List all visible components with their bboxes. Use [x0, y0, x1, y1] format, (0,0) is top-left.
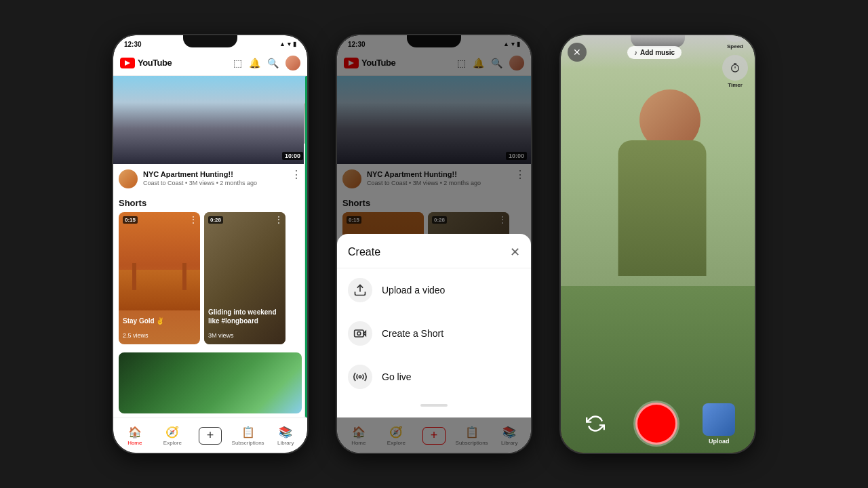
short-more-btn-1[interactable]: ⋮	[189, 215, 197, 224]
nav-lib-label-1: Library	[277, 440, 294, 446]
nav-home-1[interactable]: 🏠 Home	[116, 426, 154, 446]
camera-top-bar: ✕ ♪ Add music Speed	[561, 35, 755, 69]
status-icons-1: ▲ ▾ ▮	[279, 41, 296, 47]
go-live-label: Go live	[382, 371, 412, 382]
speed-btn[interactable]	[722, 35, 748, 42]
shorts-title-1: Shorts	[119, 198, 302, 208]
flip-camera-btn[interactable]	[580, 409, 610, 439]
svg-point-3	[359, 375, 361, 378]
svg-point-2	[357, 332, 361, 336]
phone-screen-1: 12:30 ▲ ▾ ▮ YouTube ⬚ 🔔 🔍 10:00	[113, 35, 307, 453]
modal-header: Create ✕	[337, 245, 531, 268]
bottom-nav-1: 🏠 Home 🧭 Explore + 📋 Subscriptions 📚 Lib…	[113, 418, 307, 453]
channel-name-1: Coast to Coast	[143, 180, 184, 186]
timer-btn-container: Timer	[722, 55, 748, 88]
bell-icon-1[interactable]: 🔔	[249, 58, 260, 68]
nav-explore-1[interactable]: 🧭 Explore	[154, 426, 192, 446]
header-icons-1: ⬚ 🔔 🔍	[233, 56, 300, 70]
camera-upload-btn[interactable]	[703, 403, 735, 436]
create-short-label: Create a Short	[382, 328, 443, 339]
video-views-date-1: 3M views • 2 months ago	[189, 180, 257, 186]
upload-thumbnail	[703, 403, 735, 436]
battery-icon: ▮	[293, 41, 296, 47]
landscape-thumb-1[interactable]	[119, 352, 302, 413]
featured-video-thumb-1[interactable]: 10:00	[113, 76, 307, 164]
add-btn-1[interactable]: +	[199, 427, 222, 445]
video-info-row-1: NYC Apartment Hunting!! Coast to Coast •…	[113, 164, 307, 194]
nav-subscriptions-1[interactable]: 📋 Subscriptions	[229, 426, 267, 446]
modal-drag-handle	[420, 404, 448, 407]
short-more-btn-2[interactable]: ⋮	[275, 215, 283, 224]
yt-icon-1	[120, 58, 135, 68]
status-time-1: 12:30	[124, 41, 142, 48]
modal-handle	[337, 399, 531, 412]
wifi-icon: ▾	[288, 41, 291, 47]
short-duration-1: 0:15	[123, 216, 138, 224]
phone-1: 12:30 ▲ ▾ ▮ YouTube ⬚ 🔔 🔍 10:00	[112, 34, 309, 454]
video-meta-1: NYC Apartment Hunting!! Coast to Coast •…	[143, 169, 285, 186]
add-music-label: Add music	[640, 49, 675, 56]
upload-label: Upload	[709, 438, 730, 445]
nav-library-1[interactable]: 📚 Library	[267, 426, 304, 446]
user-avatar-1[interactable]	[285, 56, 300, 70]
short-camera-icon	[348, 321, 372, 346]
library-icon-1: 📚	[279, 426, 292, 439]
nav-add-1[interactable]: +	[191, 427, 229, 445]
add-music-btn[interactable]: ♪ Add music	[627, 46, 682, 59]
short-label-2: Gliding into weekend like #longboard	[208, 308, 281, 325]
person-body	[618, 140, 707, 276]
short-duration-2: 0:28	[208, 216, 223, 224]
upload-video-item[interactable]: Upload a video	[337, 268, 531, 312]
video-title-1: NYC Apartment Hunting!!	[143, 169, 285, 179]
short-card-1[interactable]: 0:15 ⋮ Stay Gold ✌ 2.5 views	[119, 212, 200, 344]
search-icon-1[interactable]: 🔍	[267, 58, 279, 68]
subscriptions-icon-1: 📋	[241, 426, 255, 439]
camera-bottom-controls: Upload	[561, 403, 755, 445]
speed-btn-container: Speed	[722, 35, 748, 49]
video-sub-1: Coast to Coast • 3M views • 2 months ago	[143, 180, 285, 186]
camera-person-bg	[561, 35, 755, 453]
bridge-tower-left	[132, 263, 136, 290]
green-progress-bar-1	[305, 76, 307, 418]
yt-logo-1: YouTube	[120, 58, 172, 68]
signal-icon: ▲	[279, 41, 285, 47]
short-card-2[interactable]: 0:28 ⋮ Gliding into weekend like #longbo…	[204, 212, 285, 344]
add-icon-1: +	[207, 428, 214, 443]
timer-btn[interactable]	[722, 55, 748, 81]
modal-overlay[interactable]: Create ✕ Upload a video	[337, 35, 531, 453]
shorts-row-1: 0:15 ⋮ Stay Gold ✌ 2.5 views 0:28 ⋮ Glid…	[119, 212, 302, 344]
timer-label: Timer	[728, 82, 743, 88]
yt-header-1: YouTube ⬚ 🔔 🔍	[113, 50, 307, 76]
create-modal: Create ✕ Upload a video	[337, 234, 531, 418]
live-icon	[348, 365, 372, 389]
camera-top-right: Speed Timer	[722, 35, 748, 88]
phone-3: ✕ ♪ Add music Speed	[559, 34, 756, 454]
modal-title: Create	[348, 246, 380, 258]
go-live-item[interactable]: Go live	[337, 355, 531, 399]
nav-home-label-1: Home	[127, 440, 142, 446]
music-icon: ♪	[634, 49, 637, 56]
upload-icon	[348, 278, 372, 302]
video-more-btn-1[interactable]: ⋮	[291, 169, 302, 180]
svg-point-5	[732, 64, 739, 72]
upload-video-label: Upload a video	[382, 285, 445, 296]
create-short-item[interactable]: Create a Short	[337, 312, 531, 355]
cast-icon-1[interactable]: ⬚	[233, 58, 242, 68]
short-views-1: 2.5 views	[123, 332, 149, 339]
phone-screen-2: 12:30 ▲ ▾ ▮ YouTube ⬚ 🔔 🔍 10:00	[337, 35, 531, 453]
video-bg-1	[113, 76, 307, 164]
record-btn[interactable]	[635, 403, 677, 445]
camera-close-btn[interactable]: ✕	[568, 43, 587, 62]
modal-close-btn[interactable]: ✕	[510, 245, 520, 260]
channel-avatar-1	[119, 169, 138, 188]
yt-brand-name-1: YouTube	[138, 58, 172, 68]
upload-container: Upload	[703, 403, 735, 445]
short-label-1: Stay Gold ✌	[123, 317, 196, 325]
home-icon-1: 🏠	[128, 426, 142, 439]
bridge-tower-right	[182, 263, 186, 290]
explore-icon-1: 🧭	[165, 426, 179, 439]
phone-2: 12:30 ▲ ▾ ▮ YouTube ⬚ 🔔 🔍 10:00	[336, 34, 532, 454]
short-thumbnail-1	[119, 270, 200, 310]
short-views-2: 3M views	[208, 332, 234, 339]
speed-label: Speed	[727, 43, 743, 49]
